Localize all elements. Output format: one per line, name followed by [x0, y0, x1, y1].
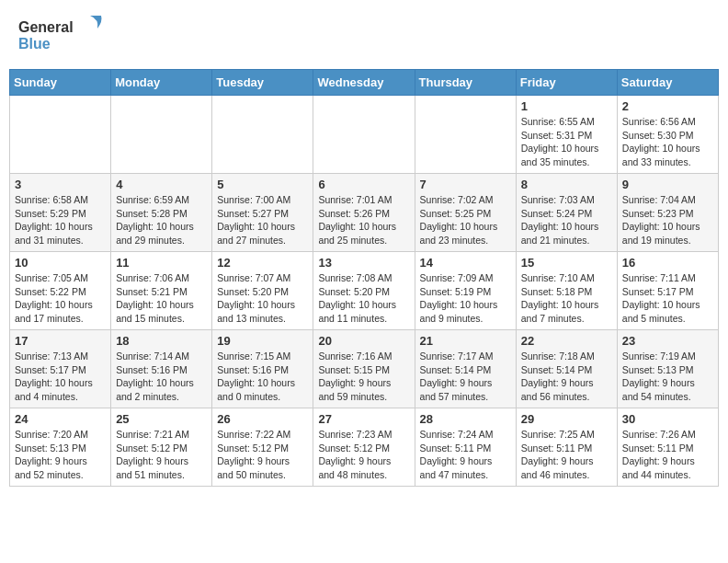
calendar-cell: 19Sunrise: 7:15 AM Sunset: 5:16 PM Dayli… — [212, 330, 313, 408]
svg-text:Blue: Blue — [18, 36, 51, 52]
calendar-day-header: Friday — [516, 70, 617, 96]
calendar-week-row: 3Sunrise: 6:58 AM Sunset: 5:29 PM Daylig… — [10, 174, 719, 252]
day-number: 1 — [521, 99, 612, 113]
day-number: 16 — [622, 256, 713, 270]
calendar-week-row: 1Sunrise: 6:55 AM Sunset: 5:31 PM Daylig… — [10, 96, 719, 174]
calendar-day-header: Wednesday — [313, 70, 415, 96]
day-info: Sunrise: 7:03 AM Sunset: 5:24 PM Dayligh… — [521, 193, 612, 247]
day-info: Sunrise: 7:09 AM Sunset: 5:19 PM Dayligh… — [420, 271, 511, 326]
day-info: Sunrise: 7:19 AM Sunset: 5:13 PM Dayligh… — [622, 350, 713, 404]
day-info: Sunrise: 7:07 AM Sunset: 5:20 PM Dayligh… — [217, 271, 308, 326]
calendar-cell: 30Sunrise: 7:26 AM Sunset: 5:11 PM Dayli… — [617, 408, 718, 487]
calendar-cell: 5Sunrise: 7:00 AM Sunset: 5:27 PM Daylig… — [212, 174, 313, 252]
day-info: Sunrise: 6:58 AM Sunset: 5:29 PM Dayligh… — [15, 193, 106, 247]
svg-text:General: General — [18, 19, 74, 35]
calendar-day-header: Saturday — [617, 70, 718, 96]
calendar-cell: 21Sunrise: 7:17 AM Sunset: 5:14 PM Dayli… — [415, 330, 516, 408]
day-number: 11 — [116, 256, 207, 270]
day-info: Sunrise: 7:22 AM Sunset: 5:12 PM Dayligh… — [217, 428, 308, 482]
calendar-cell: 13Sunrise: 7:08 AM Sunset: 5:20 PM Dayli… — [313, 252, 415, 330]
day-number: 26 — [217, 412, 308, 426]
calendar-cell: 23Sunrise: 7:19 AM Sunset: 5:13 PM Dayli… — [617, 330, 718, 408]
calendar-cell — [415, 96, 516, 174]
day-info: Sunrise: 7:05 AM Sunset: 5:22 PM Dayligh… — [15, 271, 106, 326]
calendar-cell: 11Sunrise: 7:06 AM Sunset: 5:21 PM Dayli… — [111, 252, 212, 330]
calendar-cell — [10, 96, 111, 174]
calendar-cell: 20Sunrise: 7:16 AM Sunset: 5:15 PM Dayli… — [313, 330, 415, 408]
day-info: Sunrise: 7:17 AM Sunset: 5:14 PM Dayligh… — [420, 350, 511, 404]
calendar-cell: 7Sunrise: 7:02 AM Sunset: 5:25 PM Daylig… — [415, 174, 516, 252]
calendar-cell: 15Sunrise: 7:10 AM Sunset: 5:18 PM Dayli… — [516, 252, 617, 330]
calendar-cell: 18Sunrise: 7:14 AM Sunset: 5:16 PM Dayli… — [111, 330, 212, 408]
day-info: Sunrise: 7:04 AM Sunset: 5:23 PM Dayligh… — [622, 193, 713, 247]
calendar-cell: 27Sunrise: 7:23 AM Sunset: 5:12 PM Dayli… — [313, 408, 415, 487]
calendar-day-header: Monday — [111, 70, 212, 96]
day-info: Sunrise: 7:23 AM Sunset: 5:12 PM Dayligh… — [318, 428, 409, 482]
day-number: 18 — [116, 334, 207, 348]
day-number: 8 — [521, 178, 612, 191]
day-info: Sunrise: 7:06 AM Sunset: 5:21 PM Dayligh… — [116, 271, 207, 326]
calendar-cell: 14Sunrise: 7:09 AM Sunset: 5:19 PM Dayli… — [415, 252, 516, 330]
day-info: Sunrise: 7:18 AM Sunset: 5:14 PM Dayligh… — [521, 350, 612, 404]
day-info: Sunrise: 7:10 AM Sunset: 5:18 PM Dayligh… — [521, 271, 612, 326]
day-info: Sunrise: 6:56 AM Sunset: 5:30 PM Dayligh… — [622, 115, 713, 169]
day-info: Sunrise: 7:00 AM Sunset: 5:27 PM Dayligh… — [217, 193, 308, 247]
calendar-cell: 17Sunrise: 7:13 AM Sunset: 5:17 PM Dayli… — [10, 330, 111, 408]
calendar-cell: 12Sunrise: 7:07 AM Sunset: 5:20 PM Dayli… — [212, 252, 313, 330]
day-number: 23 — [622, 334, 713, 348]
day-info: Sunrise: 7:25 AM Sunset: 5:11 PM Dayligh… — [521, 428, 612, 482]
day-number: 13 — [318, 256, 409, 270]
day-info: Sunrise: 7:11 AM Sunset: 5:17 PM Dayligh… — [622, 271, 713, 326]
calendar-cell: 25Sunrise: 7:21 AM Sunset: 5:12 PM Dayli… — [111, 408, 212, 487]
calendar-cell: 8Sunrise: 7:03 AM Sunset: 5:24 PM Daylig… — [516, 174, 617, 252]
day-number: 27 — [318, 412, 409, 426]
day-info: Sunrise: 6:55 AM Sunset: 5:31 PM Dayligh… — [521, 115, 612, 169]
calendar-cell: 29Sunrise: 7:25 AM Sunset: 5:11 PM Dayli… — [516, 408, 617, 487]
day-number: 4 — [116, 178, 207, 191]
day-number: 30 — [622, 412, 713, 426]
calendar-week-row: 24Sunrise: 7:20 AM Sunset: 5:13 PM Dayli… — [10, 408, 719, 487]
day-number: 15 — [521, 256, 612, 270]
day-number: 19 — [217, 334, 308, 348]
day-number: 2 — [622, 99, 713, 113]
calendar-cell: 3Sunrise: 6:58 AM Sunset: 5:29 PM Daylig… — [10, 174, 111, 252]
day-info: Sunrise: 7:21 AM Sunset: 5:12 PM Dayligh… — [116, 428, 207, 482]
day-info: Sunrise: 7:20 AM Sunset: 5:13 PM Dayligh… — [15, 428, 106, 482]
day-info: Sunrise: 7:14 AM Sunset: 5:16 PM Dayligh… — [116, 350, 207, 404]
calendar-cell: 28Sunrise: 7:24 AM Sunset: 5:11 PM Dayli… — [415, 408, 516, 487]
day-number: 5 — [217, 178, 308, 191]
calendar-cell — [212, 96, 313, 174]
day-number: 12 — [217, 256, 308, 270]
day-info: Sunrise: 7:01 AM Sunset: 5:26 PM Dayligh… — [318, 193, 409, 247]
day-number: 7 — [420, 178, 511, 191]
day-number: 6 — [318, 178, 409, 191]
calendar-cell: 2Sunrise: 6:56 AM Sunset: 5:30 PM Daylig… — [617, 96, 718, 174]
calendar-cell: 26Sunrise: 7:22 AM Sunset: 5:12 PM Dayli… — [212, 408, 313, 487]
day-number: 29 — [521, 412, 612, 426]
day-number: 17 — [15, 334, 106, 348]
day-number: 24 — [15, 412, 106, 426]
calendar-day-header: Tuesday — [212, 70, 313, 96]
calendar-day-header: Thursday — [415, 70, 516, 96]
calendar-table: SundayMondayTuesdayWednesdayThursdayFrid… — [9, 69, 719, 487]
calendar-week-row: 17Sunrise: 7:13 AM Sunset: 5:17 PM Dayli… — [10, 330, 719, 408]
calendar-header-row: SundayMondayTuesdayWednesdayThursdayFrid… — [10, 70, 719, 96]
day-number: 22 — [521, 334, 612, 348]
calendar-cell: 1Sunrise: 6:55 AM Sunset: 5:31 PM Daylig… — [516, 96, 617, 174]
calendar-cell: 6Sunrise: 7:01 AM Sunset: 5:26 PM Daylig… — [313, 174, 415, 252]
day-info: Sunrise: 7:13 AM Sunset: 5:17 PM Dayligh… — [15, 350, 106, 404]
day-info: Sunrise: 7:24 AM Sunset: 5:11 PM Dayligh… — [420, 428, 511, 482]
calendar-cell: 9Sunrise: 7:04 AM Sunset: 5:23 PM Daylig… — [617, 174, 718, 252]
day-info: Sunrise: 6:59 AM Sunset: 5:28 PM Dayligh… — [116, 193, 207, 247]
calendar-day-header: Sunday — [10, 70, 111, 96]
logo-svg: General Blue — [18, 14, 110, 55]
calendar-cell: 24Sunrise: 7:20 AM Sunset: 5:13 PM Dayli… — [10, 408, 111, 487]
day-info: Sunrise: 7:02 AM Sunset: 5:25 PM Dayligh… — [420, 193, 511, 247]
logo: General Blue — [18, 14, 110, 55]
day-info: Sunrise: 7:08 AM Sunset: 5:20 PM Dayligh… — [318, 271, 409, 326]
calendar-week-row: 10Sunrise: 7:05 AM Sunset: 5:22 PM Dayli… — [10, 252, 719, 330]
calendar-cell: 22Sunrise: 7:18 AM Sunset: 5:14 PM Dayli… — [516, 330, 617, 408]
day-info: Sunrise: 7:15 AM Sunset: 5:16 PM Dayligh… — [217, 350, 308, 404]
day-number: 21 — [420, 334, 511, 348]
calendar-cell: 16Sunrise: 7:11 AM Sunset: 5:17 PM Dayli… — [617, 252, 718, 330]
